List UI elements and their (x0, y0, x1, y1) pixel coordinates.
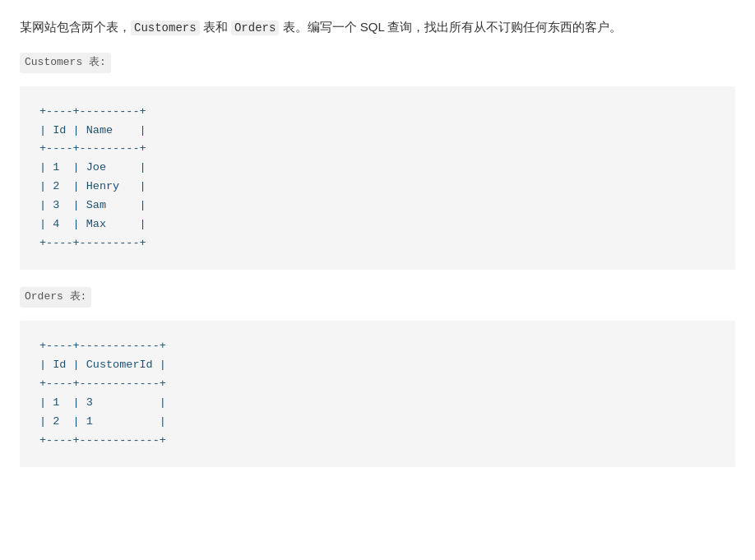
customers-table: +----+---------+ | Id | Name | +----+---… (20, 86, 735, 271)
customers-label-wrapper: Customers 表: (20, 52, 735, 80)
orders-label: Orders 表: (20, 287, 91, 308)
description-text: 某网站包含两个表，Customers 表和 Orders 表。编写一个 SQL … (20, 16, 735, 39)
orders-section: Orders 表: +----+------------+ | Id | Cus… (20, 286, 735, 466)
customers-section: Customers 表: +----+---------+ | Id | Nam… (20, 52, 735, 270)
customers-label: Customers 表: (20, 53, 111, 73)
orders-code-inline: Orders (231, 21, 279, 35)
orders-label-wrapper: Orders 表: (20, 286, 735, 314)
customers-code-inline: Customers (131, 21, 200, 35)
orders-table: +----+------------+ | Id | CustomerId | … (20, 321, 735, 467)
